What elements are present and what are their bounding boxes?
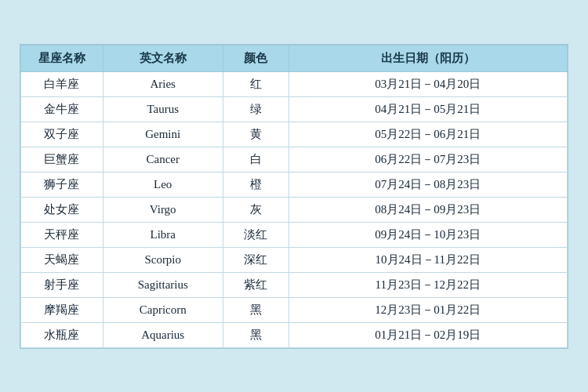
cell-dates: 08月24日－09月23日 — [289, 197, 568, 222]
table-row: 天秤座Libra淡红09月24日－10月23日 — [21, 222, 568, 247]
cell-color: 白 — [223, 147, 289, 172]
cell-chinese: 狮子座 — [21, 172, 103, 197]
cell-chinese: 金牛座 — [21, 96, 103, 122]
table-row: 巨蟹座Cancer白06月22日－07月23日 — [21, 147, 568, 172]
cell-english: Cancer — [103, 147, 223, 172]
table-row: 射手座Sagittarius紫红11月23日－12月22日 — [21, 272, 568, 297]
table-body: 白羊座Aries红03月21日－04月20日金牛座Taurus绿04月21日－0… — [21, 71, 568, 347]
cell-chinese: 处女座 — [21, 197, 103, 222]
cell-chinese: 摩羯座 — [21, 297, 103, 322]
cell-english: Taurus — [103, 96, 223, 122]
cell-english: Sagittarius — [103, 272, 223, 297]
cell-color: 灰 — [223, 197, 289, 222]
table-row: 白羊座Aries红03月21日－04月20日 — [21, 71, 568, 96]
cell-chinese: 天秤座 — [21, 222, 103, 247]
cell-english: Scorpio — [103, 247, 223, 272]
cell-dates: 05月22日－06月21日 — [289, 122, 568, 147]
table-row: 水瓶座Aquarius黑01月21日－02月19日 — [21, 322, 568, 347]
zodiac-table-wrapper: 星座名称 英文名称 颜色 出生日期（阳历） 白羊座Aries红03月21日－04… — [20, 44, 568, 349]
table-row: 狮子座Leo橙07月24日－08月23日 — [21, 172, 568, 197]
cell-chinese: 巨蟹座 — [21, 147, 103, 172]
table-row: 摩羯座Capricorn黑12月23日－01月22日 — [21, 297, 568, 322]
cell-dates: 12月23日－01月22日 — [289, 297, 568, 322]
table-row: 金牛座Taurus绿04月21日－05月21日 — [21, 96, 568, 122]
cell-dates: 11月23日－12月22日 — [289, 272, 568, 297]
header-english: 英文名称 — [103, 45, 223, 71]
header-chinese: 星座名称 — [21, 45, 103, 71]
cell-color: 淡红 — [223, 222, 289, 247]
cell-color: 深红 — [223, 247, 289, 272]
cell-english: Virgo — [103, 197, 223, 222]
cell-color: 紫红 — [223, 272, 289, 297]
cell-chinese: 白羊座 — [21, 71, 103, 96]
cell-english: Aries — [103, 71, 223, 96]
cell-chinese: 双子座 — [21, 122, 103, 147]
table-row: 天蝎座Scorpio深红10月24日－11月22日 — [21, 247, 568, 272]
table-header-row: 星座名称 英文名称 颜色 出生日期（阳历） — [21, 45, 568, 71]
cell-color: 黑 — [223, 297, 289, 322]
header-color: 颜色 — [223, 45, 289, 71]
cell-color: 黑 — [223, 322, 289, 347]
cell-color: 红 — [223, 71, 289, 96]
cell-english: Gemini — [103, 122, 223, 147]
cell-chinese: 射手座 — [21, 272, 103, 297]
cell-english: Capricorn — [103, 297, 223, 322]
cell-dates: 04月21日－05月21日 — [289, 96, 568, 122]
cell-english: Libra — [103, 222, 223, 247]
zodiac-table: 星座名称 英文名称 颜色 出生日期（阳历） 白羊座Aries红03月21日－04… — [20, 45, 568, 348]
cell-dates: 10月24日－11月22日 — [289, 247, 568, 272]
cell-english: Leo — [103, 172, 223, 197]
cell-color: 黄 — [223, 122, 289, 147]
cell-color: 橙 — [223, 172, 289, 197]
cell-color: 绿 — [223, 96, 289, 122]
cell-dates: 06月22日－07月23日 — [289, 147, 568, 172]
cell-dates: 09月24日－10月23日 — [289, 222, 568, 247]
table-row: 处女座Virgo灰08月24日－09月23日 — [21, 197, 568, 222]
cell-dates: 03月21日－04月20日 — [289, 71, 568, 96]
cell-dates: 01月21日－02月19日 — [289, 322, 568, 347]
cell-english: Aquarius — [103, 322, 223, 347]
cell-chinese: 天蝎座 — [21, 247, 103, 272]
header-date: 出生日期（阳历） — [289, 45, 568, 71]
cell-dates: 07月24日－08月23日 — [289, 172, 568, 197]
table-row: 双子座Gemini黄05月22日－06月21日 — [21, 122, 568, 147]
cell-chinese: 水瓶座 — [21, 322, 103, 347]
